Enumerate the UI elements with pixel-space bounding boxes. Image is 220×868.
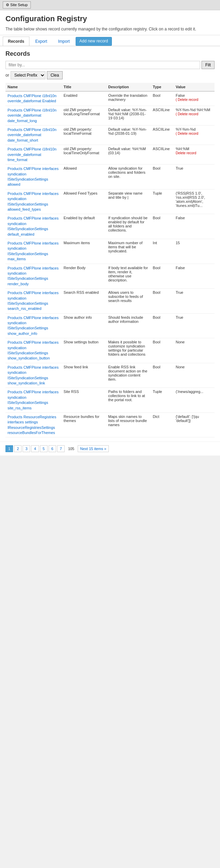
tab-records[interactable]: Records: [3, 37, 29, 46]
record-name-link[interactable]: Products CMFPlone interfaces syndication…: [8, 266, 59, 286]
pagination-bar: 1234567105Next 15 items »: [0, 442, 220, 456]
table-row: Products CMFPlone i18nl10n override_date…: [5, 125, 215, 145]
record-description: Allows users to subscribe to feeds of se…: [106, 289, 151, 314]
record-title: Allowed: [62, 165, 106, 189]
record-name-link[interactable]: Products CMFPlone interfaces syndication…: [8, 291, 59, 311]
next-items-button[interactable]: Next 15 items »: [78, 445, 108, 452]
record-value: False( Delete record: [173, 91, 215, 106]
page-button-4[interactable]: 4: [31, 445, 39, 452]
record-title: Enabled by default: [62, 214, 106, 239]
record-name-link[interactable]: Products CMFPlone interfaces syndication…: [8, 192, 59, 211]
record-value: None: [173, 338, 215, 363]
record-type: Tuple: [151, 189, 174, 214]
table-row: Products CMFPlone i18nl10n override_date…: [5, 91, 215, 106]
table-row: Products CMFPlone i18nl10n override_date…: [5, 106, 215, 125]
record-name-link[interactable]: Products CMFPlone interfaces syndication…: [8, 316, 59, 336]
page-button-3[interactable]: 3: [23, 445, 30, 452]
record-name-link[interactable]: Products CMFPlone interfaces syndication…: [8, 241, 59, 261]
record-name-link[interactable]: Products CMFPlone interfaces syndication…: [8, 365, 59, 385]
record-value: None: [173, 363, 215, 388]
prefix-select[interactable]: Select Prefix: [11, 71, 46, 79]
site-setup-bar: ⚙ Site Setup: [0, 0, 220, 10]
filter-button[interactable]: Filt: [202, 61, 215, 69]
record-value: True: [173, 313, 215, 338]
record-name-link[interactable]: Products CMFPlone i18nl10n override_date…: [8, 94, 56, 103]
record-description: Paths to folders and collections to link…: [106, 388, 151, 413]
page-description: The table below shows record currently m…: [5, 26, 215, 32]
record-value: ('/news/aggreg...: [173, 388, 215, 413]
table-row: Products CMFPlone interfaces syndication…: [5, 313, 215, 338]
record-name-link[interactable]: Products CMFPlone i18nl10n override_date…: [8, 147, 56, 162]
record-description: Default value: %Y-%m-%d (2038-01-19): [106, 125, 151, 145]
records-panel-title: Records: [5, 50, 215, 57]
record-title: Search RSS enabled: [62, 289, 106, 314]
table-row: Products CMFPlone interfaces syndication…: [5, 239, 215, 264]
page-button-2[interactable]: 2: [14, 445, 22, 452]
tab-export[interactable]: Export: [30, 37, 52, 46]
record-description: Separate view name and title by |: [106, 189, 151, 214]
tab-import[interactable]: Import: [53, 37, 75, 46]
table-row: Products CMFPlone interfaces syndication…: [5, 189, 215, 214]
table-row: Products CMFPlone interfaces syndication…: [5, 388, 215, 413]
filter-row: Filt: [5, 61, 215, 69]
record-type: Bool: [151, 289, 174, 314]
table-header-row: Name Title Description Type Value: [5, 83, 215, 91]
prefix-row: or Select Prefix Clea: [5, 71, 215, 79]
table-row: Products CMFPlone interfaces syndication…: [5, 264, 215, 289]
page-button-5[interactable]: 5: [40, 445, 48, 452]
page-header: Configuration Registry The table below s…: [0, 10, 220, 35]
record-name-link[interactable]: Products CMFPlone interfaces syndication…: [8, 167, 59, 186]
col-header-name: Name: [5, 83, 62, 91]
record-description: Enable RSS link document action on the s…: [106, 363, 151, 388]
table-row: Products CMFPlone interfaces syndication…: [5, 338, 215, 363]
delete-record-link[interactable]: ( Delete record: [176, 98, 198, 102]
record-name-link[interactable]: Products ResourceRegistries interfaces s…: [8, 415, 56, 435]
col-header-title: Title: [62, 83, 106, 91]
record-type: Bool: [151, 91, 174, 106]
page-button-7[interactable]: 7: [57, 445, 65, 452]
col-header-value: Value: [173, 83, 215, 91]
table-row: Products CMFPlone interfaces syndication…: [5, 363, 215, 388]
record-description: If syndication should be enabled by defa…: [106, 214, 151, 239]
record-title: old ZMI property: localLongTimeFormat: [62, 106, 106, 125]
record-description: Override the translation machinery: [106, 91, 151, 106]
record-title: old ZMI property: localTimeOnlyFormat: [62, 145, 106, 165]
table-row: Products CMFPlone i18nl10n override_date…: [5, 145, 215, 165]
record-description: Default value: %Y-%m-%d %H:%M (2038-01-1…: [106, 106, 151, 125]
delete-record-link[interactable]: ( Delete record: [176, 112, 198, 116]
record-name-link[interactable]: Products CMFPlone interfaces syndication…: [8, 216, 59, 236]
page-button-6[interactable]: 6: [49, 445, 56, 452]
record-type: Bool: [151, 214, 174, 239]
table-row: Products CMFPlone interfaces syndication…: [5, 289, 215, 314]
record-title: Show author info: [62, 313, 106, 338]
record-name-link[interactable]: Products CMFPlone i18nl10n override_date…: [8, 108, 56, 123]
record-name-link[interactable]: Products CMFPlone interfaces syndication…: [8, 340, 59, 360]
filter-input[interactable]: [5, 61, 200, 69]
record-name-link[interactable]: Products CMFPlone interfaces syndication…: [8, 390, 59, 410]
delete-record-link[interactable]: Delete record: [176, 151, 196, 155]
record-description: Allow syndication for collections and fo…: [106, 165, 151, 189]
clear-button[interactable]: Clea: [47, 71, 63, 79]
record-value: %H:%MDelete record: [173, 145, 215, 165]
col-header-type: Type: [151, 83, 174, 91]
record-type: ASCIILine: [151, 106, 174, 125]
tab-add-new-record[interactable]: Add new record: [76, 37, 112, 46]
record-type: Tuple: [151, 388, 174, 413]
prefix-label: or: [5, 73, 9, 78]
page-title: Configuration Registry: [5, 14, 215, 23]
record-value: %Y-%m-%d( Delete record: [173, 125, 215, 145]
page-button-1[interactable]: 1: [5, 445, 13, 452]
table-row: Products CMFPlone interfaces syndication…: [5, 165, 215, 189]
record-value: 15: [173, 239, 215, 264]
record-title: Resource bundles for themes: [62, 412, 106, 437]
record-name-link[interactable]: Products CMFPlone i18nl10n override_date…: [8, 128, 56, 142]
record-title: Maximum items: [62, 239, 106, 264]
table-row: Products ResourceRegistries interfaces s…: [5, 412, 215, 437]
record-value: True: [173, 165, 215, 189]
record-type: Bool: [151, 264, 174, 289]
delete-record-link[interactable]: ( Delete record: [176, 132, 198, 135]
record-value: True: [173, 289, 215, 314]
site-setup-button[interactable]: ⚙ Site Setup: [3, 1, 31, 9]
record-type: Int: [151, 239, 174, 264]
record-title: Site RSS: [62, 388, 106, 413]
